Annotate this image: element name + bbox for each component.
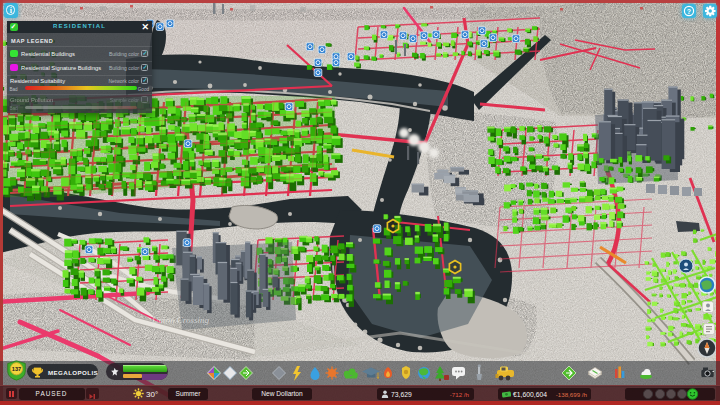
- svg-text:137: 137: [12, 366, 21, 372]
- svg-text:?: ?: [687, 8, 691, 15]
- svg-text:Union Crossing: Union Crossing: [152, 315, 209, 325]
